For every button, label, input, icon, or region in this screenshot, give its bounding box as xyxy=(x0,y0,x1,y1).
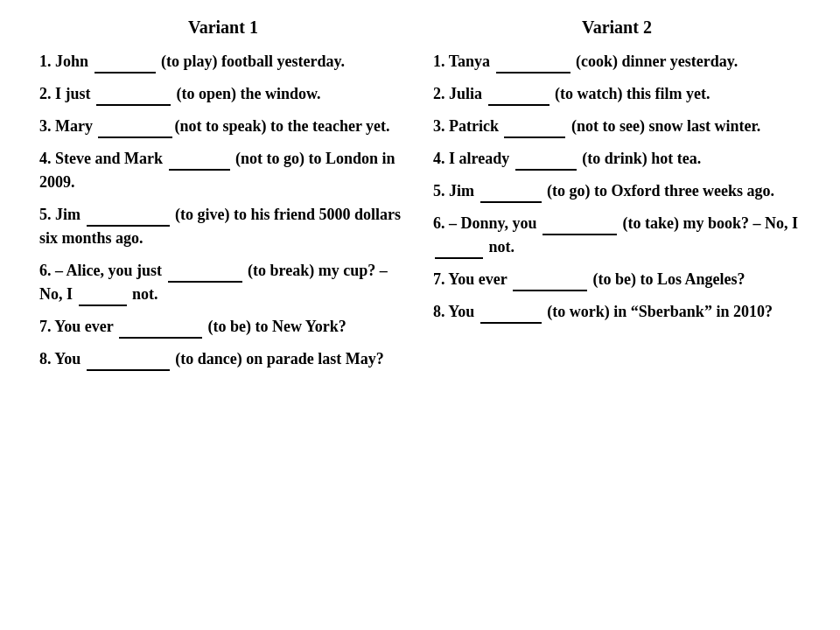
blank-v2-2 xyxy=(488,104,550,106)
v2-item-3: 3. Patrick (not to see) snow last winter… xyxy=(433,115,801,138)
v2-item-2: 2. Julia (to watch) this film yet. xyxy=(433,82,801,106)
blank-v1-8 xyxy=(87,369,170,371)
v1-item-6: 6. – Alice, you just (to break) my cup? … xyxy=(39,259,407,306)
blank-v1-7 xyxy=(119,337,202,339)
blank-v2-1 xyxy=(496,72,570,74)
variant2-title: Variant 2 xyxy=(433,18,801,38)
variant1-column: Variant 1 1. John (to play) football yes… xyxy=(26,18,420,380)
v1-item-3: 3. Mary (not to speak) to the teacher ye… xyxy=(39,115,407,138)
blank-v2-5 xyxy=(480,201,542,203)
v2-item-7: 7. You ever (to be) to Los Angeles? xyxy=(433,268,801,291)
blank-v1-6a xyxy=(168,281,242,283)
v1-item-7: 7. You ever (to be) to New York? xyxy=(39,315,407,339)
v1-item-8: 8. You (to dance) on parade last May? xyxy=(39,347,407,371)
blank-v2-6b xyxy=(435,257,483,259)
v1-item-2: 2. I just (to open) the window. xyxy=(39,82,407,106)
blank-v1-6b xyxy=(79,304,127,306)
variant1-title: Variant 1 xyxy=(39,18,407,38)
page-container: Variant 1 1. John (to play) football yes… xyxy=(26,18,814,380)
v2-item-6: 6. – Donny, you (to take) my book? – No,… xyxy=(433,212,801,259)
variant2-column: Variant 2 1. Tanya (cook) dinner yesterd… xyxy=(420,18,814,380)
blank-v1-4 xyxy=(169,169,230,171)
blank-v2-6a xyxy=(542,234,617,235)
blank-v1-5 xyxy=(87,225,170,227)
v1-item-1: 1. John (to play) football yesterday. xyxy=(39,50,407,74)
v2-item-4: 4. I already (to drink) hot tea. xyxy=(433,147,801,171)
v1-item-4: 4. Steve and Mark (not to go) to London … xyxy=(39,147,407,194)
blank-v1-3 xyxy=(98,136,172,138)
blank-v1-1 xyxy=(94,72,156,74)
v1-item-5: 5. Jim (to give) to his friend 5000 doll… xyxy=(39,203,407,250)
v2-item-5: 5. Jim (to go) to Oxford three weeks ago… xyxy=(433,179,801,203)
blank-v2-8 xyxy=(480,322,542,324)
blank-v2-3 xyxy=(504,136,565,138)
blank-v2-4 xyxy=(515,169,577,171)
v2-item-8: 8. You (to work) in “Sberbank” in 2010? xyxy=(433,300,801,324)
blank-v1-2 xyxy=(96,104,171,106)
blank-v2-7 xyxy=(513,290,587,291)
v2-item-1: 1. Tanya (cook) dinner yesterday. xyxy=(433,50,801,74)
